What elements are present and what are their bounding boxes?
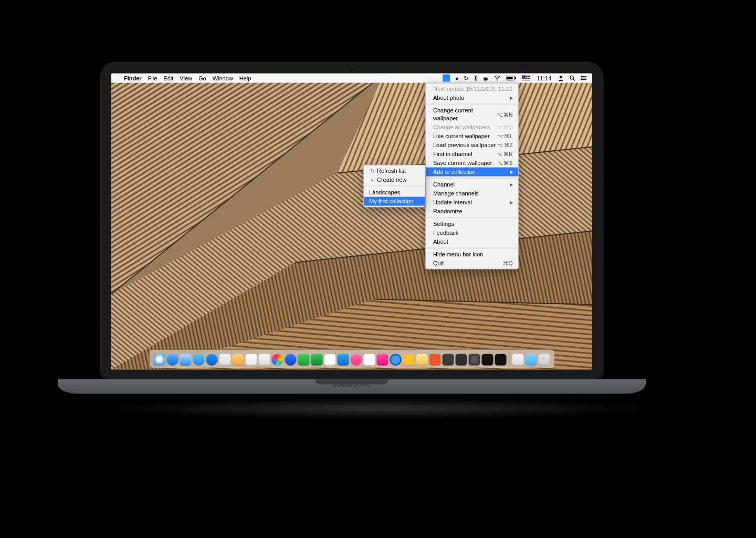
dock-icon[interactable]: [285, 354, 297, 366]
wifi-icon[interactable]: [491, 76, 503, 81]
notification-center-icon[interactable]: [579, 76, 589, 81]
dock-icon[interactable]: [233, 354, 244, 366]
dock-icon[interactable]: [246, 354, 257, 366]
menu-item-randomize[interactable]: Randomize: [426, 207, 518, 216]
laptop-base: MacBook Pro: [58, 379, 646, 394]
menubar: Finder File Edit View Go Window Help ● ↻…: [111, 74, 592, 83]
plus-icon: ＋: [369, 176, 375, 184]
menu-item-load-previous[interactable]: Load previous wallpaper⌥⌘Z: [426, 141, 518, 150]
menu-item-first-in-channel[interactable]: First in channel⌥⌘R: [426, 150, 518, 159]
laptop-shadow: [100, 398, 656, 419]
dock-icon[interactable]: [193, 354, 205, 366]
dock-icon[interactable]: [482, 354, 494, 366]
sync-icon[interactable]: ↻: [461, 74, 470, 83]
bluetooth-icon[interactable]: [471, 75, 480, 81]
menubar-status-area: ● ↻ ◉ 11:14: [440, 74, 589, 83]
submenu-item-create-new[interactable]: ＋Create new: [364, 175, 425, 184]
submenu-item-refresh[interactable]: ↻Refresh list: [364, 167, 425, 175]
svg-point-31: [581, 78, 582, 79]
add-to-collection-submenu: ↻Refresh list ＋Create new Landscapes My …: [363, 165, 425, 208]
wallpaper-app-menubar-icon[interactable]: [440, 75, 452, 82]
menubar-app-name[interactable]: Finder: [121, 74, 145, 83]
menu-item-manage-channels[interactable]: Manage channels: [426, 189, 518, 198]
dock-icon[interactable]: [272, 354, 284, 366]
dock-icon[interactable]: [403, 354, 415, 366]
svg-rect-22: [507, 77, 513, 79]
svg-point-30: [581, 76, 582, 77]
dock-icon[interactable]: [495, 354, 507, 366]
dock-icon[interactable]: [180, 354, 192, 366]
wallpaper-app-menu: Next update 15/11/2016, 11:12 About phot…: [425, 83, 519, 270]
dock-icon[interactable]: [456, 354, 467, 366]
dock-icon[interactable]: [429, 354, 441, 366]
dock-icon[interactable]: [219, 354, 231, 366]
menu-item-about-photo[interactable]: About photo▶: [426, 94, 518, 102]
dock-icon[interactable]: [259, 354, 270, 366]
dock-folder[interactable]: [526, 354, 537, 366]
dock-icon[interactable]: [469, 354, 480, 366]
menu-item-update-interval[interactable]: Update interval▶: [426, 198, 518, 207]
menu-item-change-current[interactable]: Change current wallpaper⌥⌘N: [426, 106, 518, 123]
dock-icon[interactable]: [351, 354, 362, 366]
dock-separator: [509, 352, 510, 366]
menubar-clock[interactable]: 11:14: [533, 74, 554, 83]
dock-icon[interactable]: [298, 354, 310, 366]
display-icon[interactable]: ◉: [481, 74, 490, 83]
dock-icon[interactable]: [167, 354, 178, 366]
svg-line-26: [573, 79, 575, 81]
dock-icon[interactable]: [443, 354, 454, 366]
menu-item-settings[interactable]: Settings: [426, 220, 518, 229]
battery-icon[interactable]: [504, 76, 519, 81]
svg-point-25: [570, 76, 573, 79]
dock-icon[interactable]: [324, 354, 336, 366]
menubar-item-file[interactable]: File: [145, 74, 161, 83]
submenu-collection-my-first[interactable]: My first collection: [364, 197, 425, 206]
menu-item-save-current[interactable]: Save current wallpaper⌥⌘S: [426, 159, 518, 168]
laptop-frame: Finder File Edit View Go Window Help ● ↻…: [100, 62, 656, 419]
svg-rect-23: [515, 77, 516, 79]
menu-item-hide-icon[interactable]: Hide menu bar icon: [426, 250, 518, 259]
laptop-hinge-notch: [315, 379, 388, 385]
dock-icon[interactable]: [364, 354, 375, 366]
dock: [150, 350, 554, 368]
menubar-item-go[interactable]: Go: [195, 74, 209, 83]
refresh-icon: ↻: [369, 167, 375, 175]
webcam: [350, 68, 353, 71]
submenu-collection-landscapes[interactable]: Landscapes: [364, 188, 425, 197]
svg-point-32: [581, 79, 582, 80]
menu-item-feedback[interactable]: Feedback: [426, 229, 518, 237]
dock-downloads[interactable]: [512, 354, 524, 366]
spotlight-icon[interactable]: [567, 75, 578, 81]
laptop-lid: Finder File Edit View Go Window Help ● ↻…: [100, 62, 604, 379]
menu-item-next-update: Next update 15/11/2016, 11:12: [426, 85, 518, 94]
dock-icon[interactable]: [416, 354, 428, 366]
menu-item-change-all: Change all wallpapers⌥⌘M: [426, 123, 518, 132]
menu-item-about[interactable]: About: [426, 237, 518, 246]
svg-point-20: [497, 80, 498, 81]
menubar-item-view[interactable]: View: [176, 74, 195, 83]
dock-icon[interactable]: [377, 354, 388, 366]
screen: Finder File Edit View Go Window Help ● ↻…: [111, 74, 592, 370]
dock-trash[interactable]: [539, 354, 550, 366]
menubar-item-window[interactable]: Window: [209, 74, 236, 83]
user-icon[interactable]: [555, 75, 566, 81]
dock-icon[interactable]: [390, 354, 402, 366]
status-icon[interactable]: ●: [453, 74, 461, 83]
dock-icon[interactable]: [338, 354, 349, 366]
dock-icon[interactable]: [311, 354, 323, 366]
menu-item-channel[interactable]: Channel▶: [426, 180, 518, 189]
menubar-item-edit[interactable]: Edit: [160, 74, 176, 83]
dock-icon[interactable]: [206, 354, 218, 366]
desktop-wallpaper: [111, 74, 592, 370]
menu-item-quit[interactable]: Quit⌘Q: [426, 259, 518, 268]
menu-item-like-current[interactable]: Like current wallpaper⌥⌘L: [426, 132, 518, 141]
svg-point-24: [560, 76, 562, 78]
input-source-flag-icon[interactable]: [520, 76, 532, 81]
dock-icon[interactable]: [154, 354, 165, 366]
menubar-item-help[interactable]: Help: [236, 74, 255, 83]
menu-item-add-to-collection[interactable]: Add to collection▶: [426, 168, 518, 177]
